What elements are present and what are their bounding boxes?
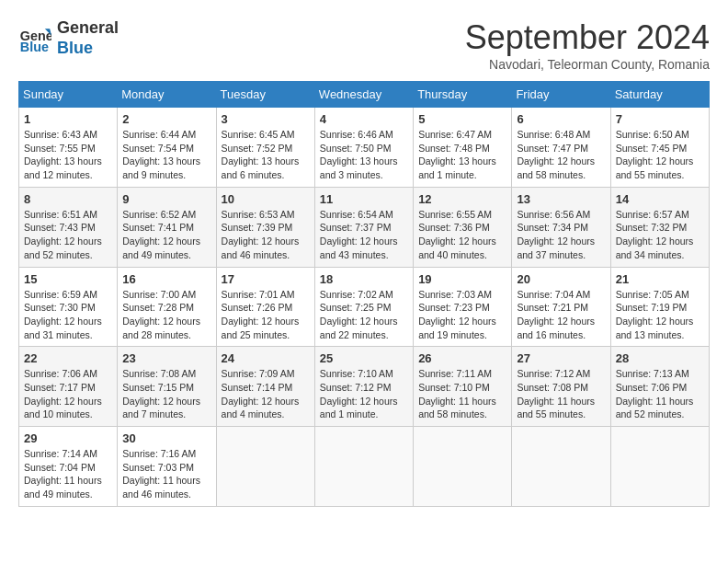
calendar-empty-cell <box>314 427 413 507</box>
calendar-day-12: 12Sunrise: 6:55 AMSunset: 7:36 PMDayligh… <box>414 187 512 267</box>
calendar-day-15: 15Sunrise: 6:59 AMSunset: 7:30 PMDayligh… <box>19 267 118 347</box>
logo-icon: General Blue <box>18 22 51 55</box>
calendar-week-row: 1Sunrise: 6:43 AMSunset: 7:55 PMDaylight… <box>19 108 710 188</box>
day-number: 16 <box>122 272 210 286</box>
day-detail: Sunrise: 7:12 AMSunset: 7:08 PMDaylight:… <box>517 367 605 421</box>
day-number: 8 <box>24 192 112 206</box>
day-detail: Sunrise: 6:50 AMSunset: 7:45 PMDaylight:… <box>616 128 704 182</box>
day-number: 27 <box>517 351 605 365</box>
day-number: 23 <box>122 351 210 365</box>
logo: General Blue General Blue <box>18 18 119 58</box>
day-detail: Sunrise: 6:57 AMSunset: 7:32 PMDaylight:… <box>616 208 704 262</box>
calendar-empty-cell <box>216 427 314 507</box>
calendar-day-13: 13Sunrise: 6:56 AMSunset: 7:34 PMDayligh… <box>512 187 610 267</box>
day-number: 21 <box>616 272 704 286</box>
day-detail: Sunrise: 7:02 AMSunset: 7:25 PMDaylight:… <box>320 288 408 342</box>
calendar-day-1: 1Sunrise: 6:43 AMSunset: 7:55 PMDaylight… <box>19 108 118 188</box>
calendar-day-29: 29Sunrise: 7:14 AMSunset: 7:04 PMDayligh… <box>19 427 118 507</box>
day-number: 28 <box>616 351 704 365</box>
day-number: 20 <box>517 272 605 286</box>
day-number: 18 <box>320 272 408 286</box>
calendar-empty-cell <box>512 427 610 507</box>
calendar-day-25: 25Sunrise: 7:10 AMSunset: 7:12 PMDayligh… <box>314 347 413 427</box>
day-detail: Sunrise: 6:59 AMSunset: 7:30 PMDaylight:… <box>24 288 112 342</box>
calendar-week-row: 22Sunrise: 7:06 AMSunset: 7:17 PMDayligh… <box>19 347 710 427</box>
calendar-day-4: 4Sunrise: 6:46 AMSunset: 7:50 PMDaylight… <box>314 108 413 188</box>
day-detail: Sunrise: 6:53 AMSunset: 7:39 PMDaylight:… <box>222 208 310 262</box>
calendar-day-30: 30Sunrise: 7:16 AMSunset: 7:03 PMDayligh… <box>118 427 216 507</box>
day-detail: Sunrise: 6:54 AMSunset: 7:37 PMDaylight:… <box>320 208 408 262</box>
weekday-header-tuesday: Tuesday <box>216 82 314 108</box>
calendar-day-10: 10Sunrise: 6:53 AMSunset: 7:39 PMDayligh… <box>216 187 314 267</box>
day-number: 2 <box>122 112 210 126</box>
day-detail: Sunrise: 7:05 AMSunset: 7:19 PMDaylight:… <box>616 288 704 342</box>
day-number: 22 <box>24 351 112 365</box>
calendar-day-28: 28Sunrise: 7:13 AMSunset: 7:06 PMDayligh… <box>610 347 709 427</box>
day-detail: Sunrise: 7:03 AMSunset: 7:23 PMDaylight:… <box>418 288 506 342</box>
day-detail: Sunrise: 7:00 AMSunset: 7:28 PMDaylight:… <box>122 288 210 342</box>
calendar-day-11: 11Sunrise: 6:54 AMSunset: 7:37 PMDayligh… <box>314 187 413 267</box>
day-detail: Sunrise: 7:04 AMSunset: 7:21 PMDaylight:… <box>517 288 605 342</box>
svg-text:Blue: Blue <box>20 40 49 54</box>
day-detail: Sunrise: 7:14 AMSunset: 7:04 PMDaylight:… <box>24 447 112 501</box>
calendar-day-23: 23Sunrise: 7:08 AMSunset: 7:15 PMDayligh… <box>118 347 216 427</box>
calendar-day-5: 5Sunrise: 6:47 AMSunset: 7:48 PMDaylight… <box>414 108 512 188</box>
calendar-day-14: 14Sunrise: 6:57 AMSunset: 7:32 PMDayligh… <box>610 187 709 267</box>
day-detail: Sunrise: 6:44 AMSunset: 7:54 PMDaylight:… <box>122 128 210 182</box>
day-detail: Sunrise: 7:01 AMSunset: 7:26 PMDaylight:… <box>222 288 310 342</box>
day-detail: Sunrise: 6:52 AMSunset: 7:41 PMDaylight:… <box>122 208 210 262</box>
day-number: 26 <box>418 351 506 365</box>
calendar-day-2: 2Sunrise: 6:44 AMSunset: 7:54 PMDaylight… <box>118 108 216 188</box>
day-detail: Sunrise: 6:51 AMSunset: 7:43 PMDaylight:… <box>24 208 112 262</box>
calendar-day-19: 19Sunrise: 7:03 AMSunset: 7:23 PMDayligh… <box>414 267 512 347</box>
day-detail: Sunrise: 6:47 AMSunset: 7:48 PMDaylight:… <box>418 128 506 182</box>
day-detail: Sunrise: 6:46 AMSunset: 7:50 PMDaylight:… <box>320 128 408 182</box>
day-detail: Sunrise: 6:43 AMSunset: 7:55 PMDaylight:… <box>24 128 112 182</box>
day-detail: Sunrise: 6:48 AMSunset: 7:47 PMDaylight:… <box>517 128 605 182</box>
day-number: 10 <box>222 192 310 206</box>
calendar-empty-cell <box>414 427 512 507</box>
page-header: General Blue General Blue September 2024… <box>18 18 710 72</box>
weekday-header-wednesday: Wednesday <box>314 82 413 108</box>
day-detail: Sunrise: 6:56 AMSunset: 7:34 PMDaylight:… <box>517 208 605 262</box>
calendar-day-6: 6Sunrise: 6:48 AMSunset: 7:47 PMDaylight… <box>512 108 610 188</box>
day-number: 17 <box>222 272 310 286</box>
logo-text: General Blue <box>57 18 119 58</box>
day-number: 14 <box>616 192 704 206</box>
day-number: 6 <box>517 112 605 126</box>
day-detail: Sunrise: 7:13 AMSunset: 7:06 PMDaylight:… <box>616 367 704 421</box>
day-number: 7 <box>616 112 704 126</box>
title-block: September 2024 Navodari, Teleorman Count… <box>465 18 710 72</box>
calendar-day-18: 18Sunrise: 7:02 AMSunset: 7:25 PMDayligh… <box>314 267 413 347</box>
day-number: 25 <box>320 351 408 365</box>
day-detail: Sunrise: 7:16 AMSunset: 7:03 PMDaylight:… <box>122 447 210 501</box>
calendar-week-row: 15Sunrise: 6:59 AMSunset: 7:30 PMDayligh… <box>19 267 710 347</box>
calendar-day-26: 26Sunrise: 7:11 AMSunset: 7:10 PMDayligh… <box>414 347 512 427</box>
day-detail: Sunrise: 7:10 AMSunset: 7:12 PMDaylight:… <box>320 367 408 421</box>
calendar-day-20: 20Sunrise: 7:04 AMSunset: 7:21 PMDayligh… <box>512 267 610 347</box>
weekday-header-sunday: Sunday <box>19 82 118 108</box>
day-number: 15 <box>24 272 112 286</box>
calendar-table: SundayMondayTuesdayWednesdayThursdayFrid… <box>18 81 710 507</box>
weekday-header-friday: Friday <box>512 82 610 108</box>
weekday-header-row: SundayMondayTuesdayWednesdayThursdayFrid… <box>19 82 710 108</box>
day-number: 30 <box>122 431 210 445</box>
day-number: 9 <box>122 192 210 206</box>
calendar-day-27: 27Sunrise: 7:12 AMSunset: 7:08 PMDayligh… <box>512 347 610 427</box>
calendar-day-17: 17Sunrise: 7:01 AMSunset: 7:26 PMDayligh… <box>216 267 314 347</box>
calendar-day-3: 3Sunrise: 6:45 AMSunset: 7:52 PMDaylight… <box>216 108 314 188</box>
day-number: 5 <box>418 112 506 126</box>
day-number: 4 <box>320 112 408 126</box>
calendar-header: SundayMondayTuesdayWednesdayThursdayFrid… <box>19 82 710 108</box>
day-number: 11 <box>320 192 408 206</box>
calendar-day-22: 22Sunrise: 7:06 AMSunset: 7:17 PMDayligh… <box>19 347 118 427</box>
day-number: 1 <box>24 112 112 126</box>
weekday-header-monday: Monday <box>118 82 216 108</box>
weekday-header-thursday: Thursday <box>414 82 512 108</box>
day-detail: Sunrise: 6:45 AMSunset: 7:52 PMDaylight:… <box>222 128 310 182</box>
calendar-day-24: 24Sunrise: 7:09 AMSunset: 7:14 PMDayligh… <box>216 347 314 427</box>
calendar-day-16: 16Sunrise: 7:00 AMSunset: 7:28 PMDayligh… <box>118 267 216 347</box>
calendar-day-7: 7Sunrise: 6:50 AMSunset: 7:45 PMDaylight… <box>610 108 709 188</box>
day-detail: Sunrise: 7:08 AMSunset: 7:15 PMDaylight:… <box>122 367 210 421</box>
calendar-week-row: 29Sunrise: 7:14 AMSunset: 7:04 PMDayligh… <box>19 427 710 507</box>
